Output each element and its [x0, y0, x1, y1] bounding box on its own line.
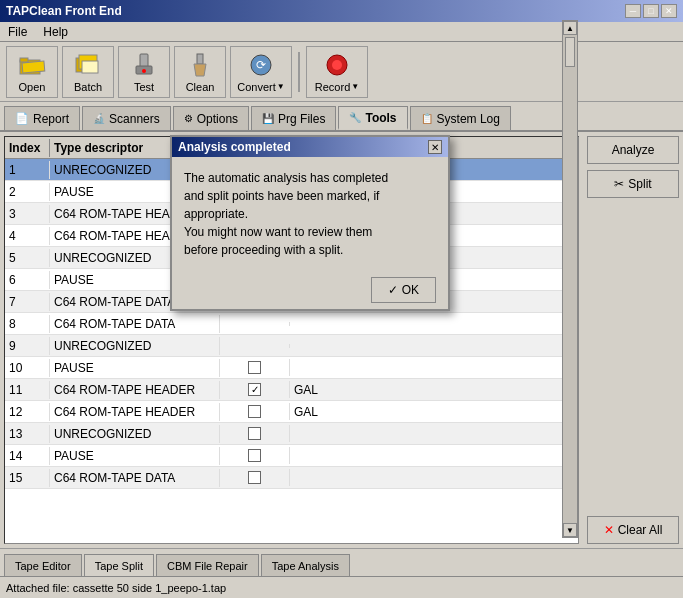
dialog-footer: ✓ OK	[172, 271, 448, 309]
batch-button[interactable]: Batch	[62, 46, 114, 98]
tab-syslog[interactable]: 📋 System Log	[410, 106, 511, 130]
cell-cut[interactable]	[220, 403, 290, 420]
cell-cut[interactable]	[220, 447, 290, 464]
tab-cbm-repair[interactable]: CBM File Repair	[156, 554, 259, 576]
tab-tape-split[interactable]: Tape Split	[84, 554, 154, 576]
convert-icon: ⟳	[247, 51, 275, 79]
test-button[interactable]: Test	[118, 46, 170, 98]
ok-button[interactable]: ✓ OK	[371, 277, 436, 303]
tab-tools[interactable]: 🔧 Tools	[338, 106, 407, 130]
cell-cut[interactable]	[220, 469, 290, 486]
tab-tape-editor[interactable]: Tape Editor	[4, 554, 82, 576]
cell-index: 13	[5, 425, 50, 443]
analysis-dialog: Analysis completed ✕ The automatic analy…	[170, 135, 450, 311]
scroll-up-button[interactable]: ▲	[563, 21, 577, 35]
dialog-line2: and split points have been marked, if	[184, 189, 379, 203]
batch-label: Batch	[74, 81, 102, 93]
minimize-button[interactable]: ─	[625, 4, 641, 18]
table-row[interactable]: 14 PAUSE	[5, 445, 578, 467]
maximize-button[interactable]: □	[643, 4, 659, 18]
scrollbar-track	[563, 35, 577, 523]
cut-checkbox[interactable]	[248, 405, 261, 418]
cell-index: 8	[5, 315, 50, 333]
options-icon: ⚙	[184, 113, 193, 124]
table-row[interactable]: 15 C64 ROM-TAPE DATA	[5, 467, 578, 489]
svg-rect-5	[82, 61, 98, 73]
tab-options[interactable]: ⚙ Options	[173, 106, 249, 130]
table-row[interactable]: 11 C64 ROM-TAPE HEADER ✓ GAL	[5, 379, 578, 401]
window-title: TAPClean Front End	[6, 4, 122, 18]
analyze-button[interactable]: Analyze	[587, 136, 679, 164]
record-label: Record	[315, 81, 350, 93]
record-dropdown-icon[interactable]: ▼	[351, 82, 359, 91]
svg-point-8	[142, 69, 146, 73]
scanners-icon: 🔬	[93, 113, 105, 124]
menu-file[interactable]: File	[4, 25, 31, 39]
cell-cut[interactable]: ✓	[220, 381, 290, 398]
convert-button[interactable]: ⟳ Convert ▼	[230, 46, 292, 98]
cell-cut[interactable]	[220, 322, 290, 326]
cell-index: 10	[5, 359, 50, 377]
menu-help[interactable]: Help	[39, 25, 72, 39]
sidebar-spacer	[587, 204, 679, 510]
prgfiles-icon: 💾	[262, 113, 274, 124]
toolbar-separator	[298, 52, 300, 92]
open-button[interactable]: Open	[6, 46, 58, 98]
dialog-close-button[interactable]: ✕	[428, 140, 442, 154]
table-row[interactable]: 12 C64 ROM-TAPE HEADER GAL	[5, 401, 578, 423]
svg-rect-1	[20, 58, 28, 62]
svg-marker-10	[194, 64, 206, 76]
record-button[interactable]: Record ▼	[306, 46, 368, 98]
cell-file	[290, 366, 578, 370]
clear-all-button[interactable]: ✕ Clear All	[587, 516, 679, 544]
dialog-body: The automatic analysis has completed and…	[172, 157, 448, 271]
cut-checkbox[interactable]: ✓	[248, 383, 261, 396]
table-row[interactable]: 13 UNRECOGNIZED	[5, 423, 578, 445]
clean-button[interactable]: Clean	[174, 46, 226, 98]
dialog-line4: You might now want to review them	[184, 225, 372, 239]
cell-type: UNRECOGNIZED	[50, 337, 220, 355]
table-row[interactable]: 8 C64 ROM-TAPE DATA	[5, 313, 578, 335]
tab-scanners[interactable]: 🔬 Scanners	[82, 106, 171, 130]
scissors-icon: ✂	[614, 177, 624, 191]
split-button[interactable]: ✂ Split	[587, 170, 679, 198]
convert-dropdown-icon[interactable]: ▼	[277, 82, 285, 91]
cell-cut[interactable]	[220, 344, 290, 348]
dialog-line5: before proceeding with a split.	[184, 243, 343, 257]
svg-rect-9	[197, 54, 203, 64]
tab-report[interactable]: 📄 Report	[4, 106, 80, 130]
test-icon	[130, 51, 158, 79]
cell-index: 2	[5, 183, 50, 201]
tab-prgfiles[interactable]: 💾 Prg Files	[251, 106, 336, 130]
svg-rect-2	[22, 61, 45, 73]
report-icon: 📄	[15, 112, 29, 125]
svg-text:⟳: ⟳	[256, 58, 266, 72]
cut-checkbox[interactable]	[248, 449, 261, 462]
clean-icon	[186, 51, 214, 79]
title-buttons: ─ □ ✕	[625, 4, 677, 18]
close-button[interactable]: ✕	[661, 4, 677, 18]
cut-checkbox[interactable]	[248, 471, 261, 484]
tab-tape-analysis[interactable]: Tape Analysis	[261, 554, 350, 576]
cell-file	[290, 432, 578, 436]
cut-checkbox[interactable]	[248, 361, 261, 374]
scroll-down-button[interactable]: ▼	[563, 523, 577, 537]
table-row[interactable]: 9 UNRECOGNIZED	[5, 335, 578, 357]
vertical-scrollbar[interactable]: ▲ ▼	[562, 20, 578, 538]
cell-cut[interactable]	[220, 425, 290, 442]
toolbar: Open Batch Test	[0, 42, 683, 102]
dialog-line1: The automatic analysis has completed	[184, 171, 388, 185]
cell-index: 12	[5, 403, 50, 421]
cell-file	[290, 476, 578, 480]
scrollbar-thumb[interactable]	[565, 37, 575, 67]
table-row[interactable]: 10 PAUSE	[5, 357, 578, 379]
cell-file: GAL	[290, 381, 578, 399]
status-text: Attached file: cassette 50 side 1_peepo-…	[6, 582, 226, 594]
cut-checkbox[interactable]	[248, 427, 261, 440]
dialog-title: Analysis completed	[178, 140, 291, 154]
cell-cut[interactable]	[220, 359, 290, 376]
cell-file	[290, 454, 578, 458]
cell-type: PAUSE	[50, 447, 220, 465]
clear-icon: ✕	[604, 523, 614, 537]
cell-index: 11	[5, 381, 50, 399]
